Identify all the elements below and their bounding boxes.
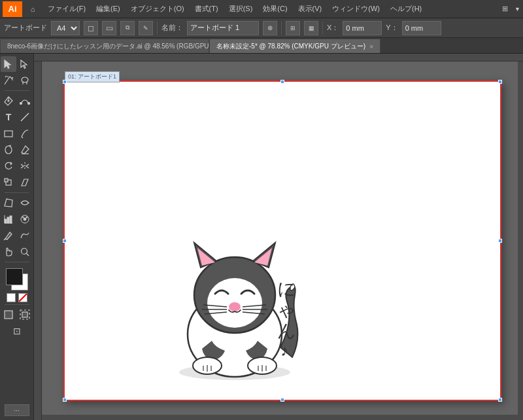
y-label: Y： xyxy=(386,23,397,33)
tab-file2-label: 名称未設定-5* @ 78.82% (CMYK/GPU プレビュー) xyxy=(216,42,365,51)
artboard-size-select[interactable]: A4 xyxy=(51,21,80,35)
tool-row-blob xyxy=(1,142,33,158)
rectangle-tool-btn[interactable] xyxy=(1,126,16,141)
menu-view[interactable]: 表示(V) xyxy=(294,2,327,16)
menu-file[interactable]: ファイル(F) xyxy=(43,2,90,16)
artboard-navigate-btn[interactable]: ⊕ xyxy=(263,21,277,35)
cat-illustration: に ゃ ん ♪ xyxy=(150,203,333,387)
handle-ml[interactable] xyxy=(63,239,67,243)
handle-tr[interactable] xyxy=(498,80,502,84)
shear-btn[interactable] xyxy=(17,175,33,190)
draw-normal-btn[interactable] xyxy=(1,307,16,323)
tab-file2-close[interactable]: × xyxy=(369,43,373,50)
artboard-landscape-btn[interactable]: ▭ xyxy=(102,21,116,35)
handle-bm[interactable] xyxy=(280,398,284,402)
tab-file2[interactable]: 名称未設定-5* @ 78.82% (CMYK/GPU プレビュー) × xyxy=(209,39,380,53)
line-tool-btn[interactable] xyxy=(17,109,33,125)
hand-tool-btn[interactable] xyxy=(1,244,16,260)
tool-row-pencil xyxy=(1,228,33,243)
svg-point-12 xyxy=(28,103,30,105)
artboard-edit-btn[interactable]: ✎ xyxy=(139,21,153,35)
reshape-btn[interactable] xyxy=(17,195,33,211)
no-color-btn[interactable] xyxy=(18,293,27,302)
artboard-options-btn[interactable]: ⧉ xyxy=(120,21,135,35)
tool-row-screen-mode: ⊡ xyxy=(9,323,25,339)
tool-row-draw-mode xyxy=(1,307,33,323)
svg-point-28 xyxy=(24,218,26,220)
tabbar: 8neco-6画像だけにしたレッスン用のデータ.ai @ 48.56% (RGB… xyxy=(0,38,523,54)
tool-sep-4 xyxy=(5,304,29,305)
svg-line-4 xyxy=(5,76,7,77)
pencil-tool-btn[interactable] xyxy=(1,228,16,243)
more-tools-label: ··· xyxy=(14,407,19,414)
artboard-align-btn[interactable]: ⊞ xyxy=(286,21,300,35)
svg-text:♪: ♪ xyxy=(280,341,288,359)
free-distort-btn[interactable] xyxy=(1,195,16,211)
svg-line-13 xyxy=(21,113,29,121)
handle-tm[interactable] xyxy=(280,80,284,84)
artboard-reorder-btn[interactable]: ▦ xyxy=(304,21,318,35)
draw-inside-btn[interactable] xyxy=(17,307,33,323)
select-tool-btn[interactable] xyxy=(1,56,16,72)
y-value-input[interactable] xyxy=(402,21,441,35)
menu-items: ファイル(F) 編集(E) オブジェクト(O) 書式(T) 選択(S) 効果(C… xyxy=(43,2,498,16)
tool-row-scale xyxy=(1,175,33,190)
blob-brush-btn[interactable] xyxy=(1,142,16,158)
tool-row-hand xyxy=(1,244,33,260)
svg-text:に: に xyxy=(277,279,296,299)
tool-sep-3 xyxy=(5,262,29,262)
magic-wand-btn[interactable] xyxy=(1,73,16,88)
more-tools-btn[interactable]: ··· xyxy=(5,404,29,416)
menu-select[interactable]: 選択(S) xyxy=(224,2,258,16)
scrollbar-vertical[interactable] xyxy=(518,61,523,420)
menu-object[interactable]: オブジェクト(O) xyxy=(126,2,189,16)
x-value-input[interactable] xyxy=(343,21,382,35)
controlbar-divider xyxy=(157,22,158,35)
tool-row-shape xyxy=(1,126,33,141)
lasso-btn[interactable] xyxy=(17,73,33,88)
eraser-btn[interactable] xyxy=(17,142,33,158)
default-colors-btn[interactable] xyxy=(7,293,16,302)
pen-tool-btn[interactable] xyxy=(1,93,16,109)
svg-line-17 xyxy=(8,145,11,146)
menu-edit[interactable]: 編集(E) xyxy=(92,2,125,16)
artboard[interactable]: 01: アートボード1 xyxy=(63,80,501,401)
grid-icon[interactable]: ⊞ xyxy=(498,2,512,16)
tab-file1[interactable]: 8neco-6画像だけにしたレッスン用のデータ.ai @ 48.56% (RGB… xyxy=(0,39,209,53)
handle-br[interactable] xyxy=(498,398,502,402)
zoom-tool-btn[interactable] xyxy=(17,244,33,260)
svg-line-5 xyxy=(12,77,13,79)
symbol-btn[interactable] xyxy=(17,211,33,227)
reflect-btn[interactable] xyxy=(17,158,33,174)
artboard-portrait-btn[interactable]: ◻ xyxy=(84,21,98,35)
direct-select-tool-btn[interactable] xyxy=(17,56,33,72)
menubar: Ai ⌂ ファイル(F) 編集(E) オブジェクト(O) 書式(T) 選択(S)… xyxy=(0,0,523,18)
tool-row-type: T xyxy=(1,109,33,125)
artboard-name-input[interactable] xyxy=(187,21,259,35)
menu-type[interactable]: 書式(T) xyxy=(190,2,223,16)
menu-arrow-icon[interactable]: ▼ xyxy=(515,6,520,12)
smooth-tool-btn[interactable] xyxy=(17,228,33,243)
home-button[interactable]: ⌂ xyxy=(25,1,41,17)
paintbrush-tool-btn[interactable] xyxy=(17,126,33,141)
scale-btn[interactable] xyxy=(1,175,16,190)
screen-mode-btn[interactable]: ⊡ xyxy=(9,323,25,339)
scrollbar-horizontal[interactable] xyxy=(42,415,518,420)
handle-mr[interactable] xyxy=(498,239,502,243)
canvas-area[interactable]: 01: アートボード1 xyxy=(34,54,523,420)
menu-help[interactable]: ヘルプ(H) xyxy=(386,2,426,16)
handle-bl[interactable] xyxy=(63,398,67,402)
x-label: X： xyxy=(327,23,339,33)
svg-rect-14 xyxy=(5,131,12,137)
color-area xyxy=(5,267,29,302)
menu-window[interactable]: ウィンドウ(W) xyxy=(328,2,384,16)
menu-effect[interactable]: 効果(C) xyxy=(258,2,292,16)
handle-tl[interactable] xyxy=(63,80,67,84)
stroke-swatch[interactable] xyxy=(6,268,23,285)
menu-right: ⊞ ▼ xyxy=(498,2,520,16)
graph-btn[interactable] xyxy=(1,211,16,227)
svg-line-1 xyxy=(5,77,10,84)
type-tool-btn[interactable]: T xyxy=(1,109,16,125)
rotate-btn[interactable] xyxy=(1,158,16,174)
curvature-tool-btn[interactable] xyxy=(17,93,33,109)
